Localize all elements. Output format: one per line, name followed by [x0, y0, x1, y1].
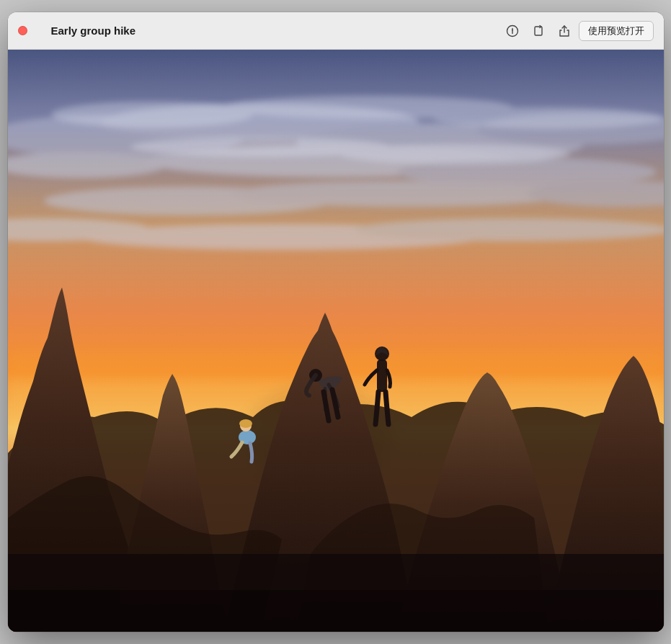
svg-point-22 [339, 144, 570, 164]
svg-point-1 [512, 30, 512, 30]
svg-rect-2 [535, 27, 542, 35]
quick-look-window: × Early group hike [8, 12, 664, 632]
markup-button[interactable] [501, 21, 524, 41]
svg-point-27 [239, 419, 252, 428]
image-area [8, 50, 664, 632]
titlebar: × Early group hike [8, 12, 664, 50]
traffic-lights: × [18, 26, 43, 35]
svg-point-17 [354, 218, 664, 241]
svg-point-13 [231, 181, 577, 207]
share-button[interactable] [553, 21, 576, 41]
svg-rect-29 [377, 359, 387, 392]
window-title: Early group hike [51, 24, 501, 37]
open-preview-button[interactable]: 使用预览打开 [579, 21, 654, 41]
rotate-button[interactable] [527, 21, 550, 41]
close-button[interactable]: × [18, 26, 27, 35]
svg-rect-32 [8, 590, 664, 632]
svg-point-20 [433, 107, 664, 129]
scene-svg [8, 50, 664, 632]
svg-point-18 [51, 102, 253, 128]
photo-scene [8, 50, 664, 632]
